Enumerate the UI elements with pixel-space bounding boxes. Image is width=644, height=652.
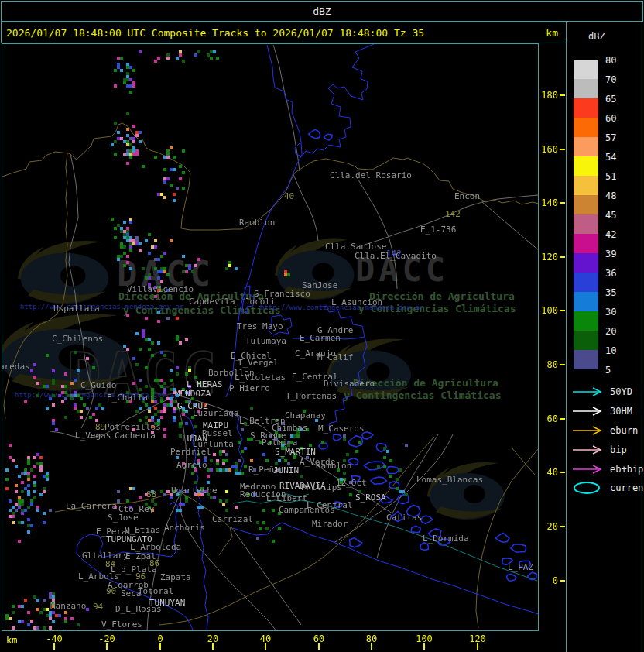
- route-number-label: 40: [284, 192, 294, 201]
- scale-band: [574, 273, 598, 292]
- place-label: C_Chilenos: [52, 335, 103, 343]
- x-tick-mark: [53, 643, 55, 650]
- y-tick-mark: [560, 256, 565, 258]
- place-label: E_1-736: [420, 225, 456, 234]
- x-axis: km -40-20020406080100120: [0, 632, 566, 652]
- place-label: M_Caseros: [318, 424, 365, 433]
- ellipse-icon: [571, 482, 605, 494]
- x-tick-label: 20: [207, 633, 218, 644]
- scale-band: [574, 137, 598, 156]
- place-label: V_Btias: [125, 526, 160, 534]
- scale-value: 36: [605, 269, 632, 278]
- scale-band: [574, 60, 598, 79]
- y-tick-label: 100: [541, 305, 558, 316]
- arrow-icon: [571, 424, 605, 437]
- scale-band: [574, 253, 598, 273]
- place-labels: Clla.del_RosarioEncon142E_1-736Clla.SanJ…: [2, 44, 539, 631]
- scale-band: [574, 176, 598, 195]
- place-label: Anchoris: [164, 523, 205, 532]
- status-bar: 2026/01/07 18:48:00 UTC Composite Tracks…: [1, 22, 567, 43]
- y-tick-mark: [560, 310, 565, 311]
- y-tick-label: 80: [547, 359, 558, 370]
- place-label: Manzano: [50, 602, 86, 610]
- legend-marker-eburn: eburn: [571, 424, 644, 437]
- scale-value: 35: [605, 288, 632, 297]
- place-label: L_HERAS: [187, 380, 222, 389]
- legend-marker-eb+bip: eb+bip: [571, 463, 644, 475]
- place-label: L_Dormida: [423, 534, 469, 543]
- scale-band: [574, 214, 598, 234]
- x-tick-mark: [318, 643, 320, 650]
- scale-band: [574, 311, 598, 331]
- legend-marker-label: eburn: [610, 425, 638, 436]
- place-label: Jocoli: [245, 297, 276, 306]
- place-label: Palmira: [262, 438, 297, 447]
- scale-band: [574, 331, 598, 350]
- legend-marker-bip: bip: [571, 444, 644, 456]
- route-number-label: 142: [386, 249, 402, 258]
- status-text: 2026/01/07 18:48:00 UTC Composite Tracks…: [6, 27, 424, 39]
- scale-value: 80: [605, 56, 632, 65]
- status-unit-label: km: [546, 27, 561, 39]
- place-label: Luzuriaga: [193, 409, 239, 417]
- legend-marker-current: current: [571, 482, 644, 494]
- radar-map: DACCDACCDACCDirección de Agriculturay Co…: [2, 43, 539, 631]
- place-label: Cacheuta: [115, 431, 156, 440]
- place-label: Clla.del_Rosario: [330, 171, 412, 180]
- place-label: Zapata: [160, 573, 191, 582]
- arrow-icon: [571, 386, 605, 398]
- scale-band: [574, 234, 598, 253]
- legend-marker-label: eb+bip: [610, 464, 643, 475]
- place-label: S_MARTIN: [275, 448, 316, 456]
- place-label: Tres_Mayo: [237, 322, 283, 331]
- x-tick-mark: [477, 643, 478, 650]
- x-tick-label: -40: [46, 633, 63, 644]
- scale-value: 42: [605, 230, 632, 239]
- page-title: dBZ: [313, 5, 331, 17]
- y-axis: 180160140120100806040200: [540, 43, 566, 632]
- x-tick-label: 0: [157, 633, 163, 644]
- place-label: L_Libert: [266, 494, 307, 503]
- x-tick-label: 60: [313, 633, 324, 644]
- place-label: S_Jose: [108, 513, 139, 522]
- legend-title: dBZ: [588, 31, 605, 42]
- y-tick-mark: [560, 94, 565, 96]
- title-bar: dBZ: [1, 1, 643, 22]
- place-label: Ugarteche: [171, 486, 218, 495]
- scale-band: [574, 156, 598, 176]
- place-label: E_Carmen: [300, 334, 341, 342]
- place-label: Chapanay: [285, 411, 326, 420]
- x-tick-mark: [423, 643, 425, 650]
- place-label: E_Challao: [107, 393, 153, 402]
- place-label: Divisadero: [324, 379, 375, 388]
- legend-marker-50YD: 50YD: [571, 386, 644, 398]
- place-label: L_PAZ: [508, 563, 533, 571]
- x-tick-mark: [265, 643, 266, 650]
- y-tick-mark: [560, 149, 565, 150]
- x-tick-mark: [371, 643, 372, 650]
- place-label: L_Violetas: [235, 373, 286, 382]
- scale-value: 60: [605, 114, 632, 123]
- place-label: MENDOZA: [175, 389, 211, 398]
- y-tick-mark: [560, 418, 565, 420]
- scale-value: 51: [605, 172, 632, 181]
- place-label: La_Carrera: [66, 502, 117, 510]
- scale-value: 10: [605, 346, 632, 355]
- y-tick-label: 120: [541, 252, 558, 263]
- scale-band: [574, 118, 598, 137]
- y-tick-label: 180: [541, 90, 558, 101]
- route-number-label: 88: [146, 490, 156, 499]
- place-label: M_Calif: [317, 353, 353, 362]
- x-tick-label: 100: [416, 633, 433, 644]
- y-tick-mark: [560, 472, 565, 473]
- right-border: [642, 0, 642, 652]
- place-label: Capdevila: [189, 297, 235, 306]
- scale-value: 70: [605, 75, 632, 84]
- scale-value: 20: [605, 327, 632, 336]
- x-tick-label: 80: [366, 633, 377, 644]
- scale-band: [574, 98, 598, 118]
- scale-value: 54: [605, 153, 632, 162]
- place-label: Perdriel: [170, 448, 211, 456]
- y-tick-label: 160: [541, 144, 558, 155]
- y-tick-mark: [560, 526, 565, 527]
